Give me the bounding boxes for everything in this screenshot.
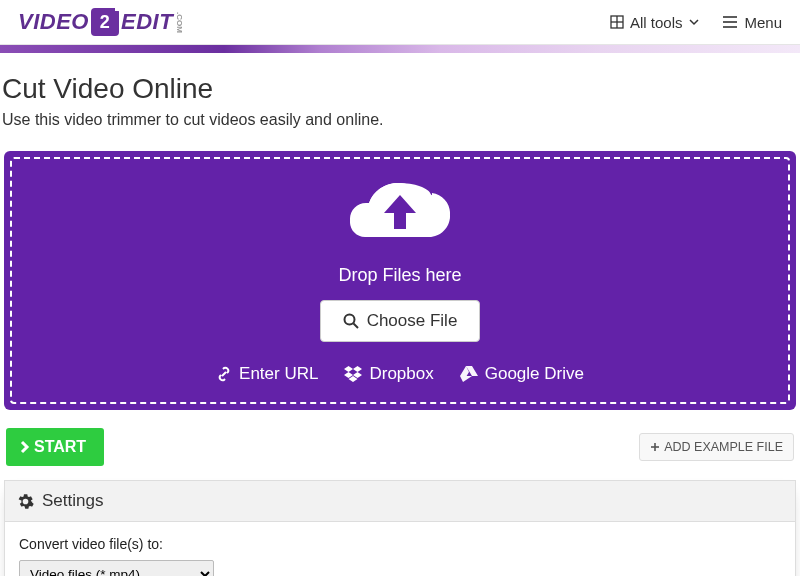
- settings-body: Convert video file(s) to: Video files (*…: [5, 522, 795, 576]
- header-right: All tools Menu: [610, 14, 782, 31]
- logo-text-edit: EDIT: [121, 9, 173, 35]
- link-icon: [216, 366, 232, 382]
- google-drive-label: Google Drive: [485, 364, 584, 384]
- gear-icon: [17, 493, 34, 510]
- google-drive-icon: [460, 366, 478, 382]
- chevron-right-icon: [20, 440, 30, 454]
- add-example-label: ADD EXAMPLE FILE: [664, 440, 783, 454]
- plus-icon: [650, 442, 660, 452]
- choose-file-label: Choose File: [367, 311, 458, 331]
- dropzone[interactable]: Drop Files here Choose File Enter URL Dr…: [10, 157, 790, 404]
- search-icon: [343, 313, 359, 329]
- page-subtitle: Use this video trimmer to cut videos eas…: [2, 111, 798, 129]
- all-tools-label: All tools: [630, 14, 683, 31]
- hamburger-icon: [722, 15, 738, 29]
- drop-files-text: Drop Files here: [22, 265, 778, 286]
- upload-options: Enter URL Dropbox Google Drive: [22, 364, 778, 384]
- page-title: Cut Video Online: [2, 73, 798, 105]
- all-tools-menu[interactable]: All tools: [610, 14, 701, 31]
- dropzone-container: Drop Files here Choose File Enter URL Dr…: [4, 151, 796, 410]
- settings-header: Settings: [5, 481, 795, 522]
- logo-suffix: .COM: [175, 12, 184, 33]
- logo-text-video: VIDEO: [18, 9, 89, 35]
- convert-format-select[interactable]: Video files (*.mp4): [19, 560, 214, 576]
- dropbox-label: Dropbox: [369, 364, 433, 384]
- menu-label: Menu: [744, 14, 782, 31]
- logo-badge-2: 2: [91, 8, 119, 36]
- enter-url-label: Enter URL: [239, 364, 318, 384]
- dropbox-option[interactable]: Dropbox: [344, 364, 433, 384]
- convert-label: Convert video file(s) to:: [19, 536, 781, 552]
- choose-file-button[interactable]: Choose File: [320, 300, 481, 342]
- dropbox-icon: [344, 366, 362, 382]
- menu-button[interactable]: Menu: [722, 14, 782, 31]
- svg-point-6: [344, 315, 354, 325]
- add-example-file-button[interactable]: ADD EXAMPLE FILE: [639, 433, 794, 461]
- header: VIDEO 2 EDIT .COM All tools Menu: [0, 0, 800, 45]
- grid-icon: [610, 15, 624, 29]
- start-label: START: [34, 438, 86, 456]
- svg-line-7: [353, 324, 358, 329]
- cloud-upload-icon: [22, 181, 778, 257]
- settings-panel: Settings Convert video file(s) to: Video…: [4, 480, 796, 576]
- chevron-down-icon: [688, 16, 700, 28]
- google-drive-option[interactable]: Google Drive: [460, 364, 584, 384]
- action-row: START ADD EXAMPLE FILE: [0, 410, 800, 480]
- settings-heading-text: Settings: [42, 491, 103, 511]
- enter-url-option[interactable]: Enter URL: [216, 364, 318, 384]
- logo[interactable]: VIDEO 2 EDIT .COM: [18, 8, 184, 36]
- start-button[interactable]: START: [6, 428, 104, 466]
- brand-stripe: [0, 45, 800, 53]
